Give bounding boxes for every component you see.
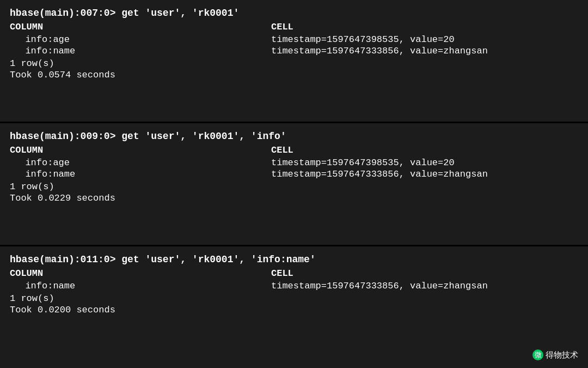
col-value-1-1: timestamp=1597647398535, value=20 [271,34,455,45]
watermark-text: 得物技术 [546,350,578,360]
table-row: info:age timestamp=1597647398535, value=… [10,158,578,168]
took-3: Took 0.0200 seconds [10,305,578,315]
col-value-2-1: timestamp=1597647398535, value=20 [271,158,455,168]
column-header-1: COLUMN [10,22,271,32]
terminal-block-3: hbase(main):011:0> get 'user', 'rk0001',… [0,246,588,368]
summary-3: 1 row(s) [10,293,578,304]
col-value-3-1: timestamp=1597647333856, value=zhangsan [271,281,488,291]
header-row-1: COLUMN CELL [10,22,578,32]
command-line-2: hbase(main):009:0> get 'user', 'rk0001',… [10,131,578,142]
col-value-2-2: timestamp=1597647333856, value=zhangsan [271,169,488,179]
terminal-block-2: hbase(main):009:0> get 'user', 'rk0001',… [0,123,588,246]
header-row-3: COLUMN CELL [10,268,578,279]
col-name-1-1: info:age [10,34,271,45]
col-name-3-1: info:name [10,281,271,291]
col-value-1-2: timestamp=1597647333856, value=zhangsan [271,46,488,56]
header-row-2: COLUMN CELL [10,145,578,155]
table-row: info:age timestamp=1597647398535, value=… [10,34,578,45]
table-row: info:name timestamp=1597647333856, value… [10,281,578,291]
took-2: Took 0.0229 seconds [10,193,578,203]
col-name-2-1: info:age [10,158,271,168]
wechat-icon: 微 [532,349,543,360]
col-name-2-2: info:name [10,169,271,179]
column-header-3: COLUMN [10,268,271,279]
command-line-3: hbase(main):011:0> get 'user', 'rk0001',… [10,254,578,265]
cell-header-3: CELL [271,268,293,279]
table-row: info:name timestamp=1597647333856, value… [10,46,578,56]
table-row: info:name timestamp=1597647333856, value… [10,169,578,179]
column-header-2: COLUMN [10,145,271,155]
col-name-1-2: info:name [10,46,271,56]
cell-header-2: CELL [271,145,293,155]
summary-1: 1 row(s) [10,58,578,69]
terminal-block-1: hbase(main):007:0> get 'user', 'rk0001' … [0,0,588,123]
terminal: hbase(main):007:0> get 'user', 'rk0001' … [0,0,588,368]
cell-header-1: CELL [271,22,293,32]
command-line-1: hbase(main):007:0> get 'user', 'rk0001' [10,8,578,19]
summary-2: 1 row(s) [10,182,578,192]
took-1: Took 0.0574 seconds [10,70,578,80]
watermark: 微 得物技术 [532,349,578,360]
